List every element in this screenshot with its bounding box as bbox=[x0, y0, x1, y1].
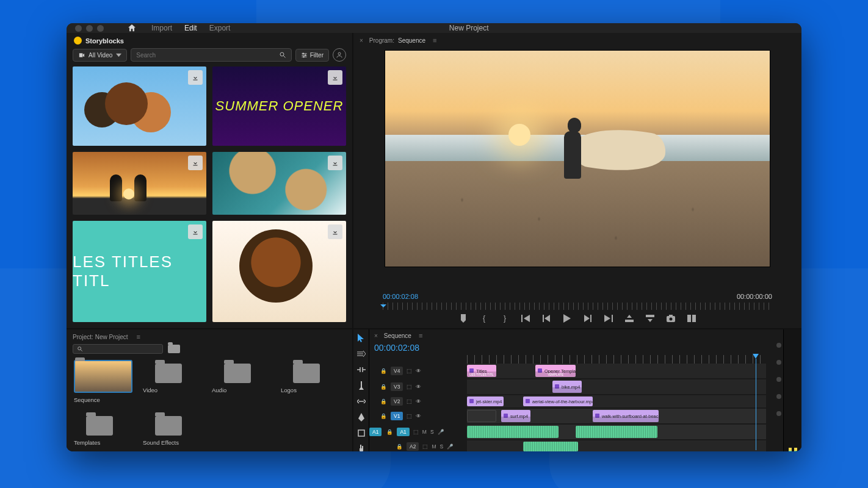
mic-icon[interactable]: 🎤 bbox=[447, 443, 454, 450]
razor-tool[interactable] bbox=[356, 381, 366, 390]
download-button[interactable] bbox=[188, 70, 203, 85]
bin-sound-effects[interactable]: Sound Effects bbox=[143, 412, 207, 451]
bin-audio[interactable]: Audio bbox=[212, 360, 276, 409]
clip[interactable]: bike.mp4 bbox=[552, 381, 582, 393]
window-controls[interactable] bbox=[75, 25, 104, 32]
fx-icon[interactable]: ⬚ bbox=[407, 413, 412, 419]
lock-icon[interactable]: 🔒 bbox=[386, 429, 393, 435]
bin-sequence[interactable]: Sequence bbox=[74, 360, 138, 409]
eye-icon[interactable]: 👁 bbox=[416, 413, 421, 419]
lock-icon[interactable]: 🔒 bbox=[380, 368, 387, 374]
play-button[interactable] bbox=[562, 314, 572, 323]
track-label[interactable]: V4 bbox=[391, 367, 403, 375]
filter-button[interactable]: Filter bbox=[295, 49, 329, 62]
stock-thumb[interactable]: SUMMER OPENER bbox=[212, 66, 346, 146]
clip[interactable]: Opener TemplateTEMPLATE bbox=[535, 365, 576, 377]
step-back-button[interactable] bbox=[541, 314, 551, 323]
audio-clip[interactable] bbox=[523, 442, 578, 451]
ripple-edit-tool[interactable] bbox=[356, 365, 366, 375]
download-button[interactable] bbox=[328, 224, 342, 239]
comparison-view-button[interactable] bbox=[687, 314, 696, 323]
download-button[interactable] bbox=[328, 70, 342, 85]
panel-menu-icon[interactable]: ≡ bbox=[433, 37, 436, 44]
lock-icon[interactable]: 🔒 bbox=[380, 384, 387, 390]
audio-clip[interactable] bbox=[576, 426, 657, 438]
panel-menu-icon[interactable]: ≡ bbox=[419, 332, 422, 339]
mute-button[interactable]: M bbox=[432, 443, 436, 450]
close-icon[interactable]: × bbox=[360, 37, 363, 44]
fx-icon[interactable]: ⬚ bbox=[413, 429, 419, 435]
source-patch[interactable]: A1 bbox=[369, 428, 382, 436]
program-label: Program: bbox=[369, 37, 394, 44]
clip[interactable]: surf.mp4 bbox=[501, 410, 530, 422]
track-label[interactable]: V1 bbox=[391, 412, 403, 420]
eye-icon[interactable]: 👁 bbox=[416, 398, 421, 404]
in-point-button[interactable]: { bbox=[479, 314, 489, 323]
step-forward-button[interactable] bbox=[583, 314, 593, 323]
bin-video[interactable]: Video bbox=[143, 360, 207, 409]
clip[interactable]: walk-with-surfboard-at-beach.mp4 bbox=[593, 410, 659, 422]
track-label[interactable]: A2 bbox=[407, 442, 419, 451]
go-to-out-button[interactable] bbox=[604, 314, 613, 323]
clip[interactable]: jet-skier.mp4 bbox=[467, 396, 504, 406]
project-search-box[interactable] bbox=[73, 344, 163, 354]
out-point-button[interactable]: } bbox=[500, 314, 510, 323]
svg-rect-13 bbox=[625, 320, 634, 322]
go-to-in-button[interactable] bbox=[521, 314, 530, 323]
home-icon[interactable] bbox=[127, 23, 137, 33]
lift-button[interactable] bbox=[624, 314, 634, 323]
stock-thumb[interactable]: LES TITLES TITL bbox=[73, 221, 206, 322]
clip[interactable]: aerial-view-of-the-harbour.mp4 bbox=[523, 396, 593, 406]
stock-thumb[interactable] bbox=[212, 152, 346, 215]
timeline-ruler[interactable] bbox=[467, 355, 766, 364]
add-marker-button[interactable] bbox=[458, 314, 468, 323]
lock-icon[interactable]: 🔒 bbox=[380, 398, 387, 404]
fx-icon[interactable]: ⬚ bbox=[407, 368, 412, 374]
search-box[interactable] bbox=[131, 48, 291, 62]
track-select-tool[interactable] bbox=[356, 349, 366, 359]
hand-tool[interactable] bbox=[356, 444, 366, 451]
timeline-tc[interactable]: 00:00:02:08 bbox=[369, 342, 775, 355]
track-label[interactable]: A1 bbox=[397, 428, 409, 436]
download-button[interactable] bbox=[188, 224, 203, 239]
fx-icon[interactable]: ⬚ bbox=[407, 384, 412, 390]
program-tc-current[interactable]: 00:00:02:08 bbox=[383, 293, 418, 300]
rectangle-tool[interactable] bbox=[356, 428, 366, 438]
selection-tool[interactable] bbox=[356, 333, 366, 343]
extract-button[interactable] bbox=[645, 314, 655, 323]
media-type-dropdown[interactable]: All Video bbox=[73, 49, 127, 62]
solo-button[interactable]: S bbox=[440, 443, 444, 450]
stock-thumb[interactable] bbox=[73, 66, 206, 146]
search-input[interactable] bbox=[136, 52, 278, 59]
eye-icon[interactable]: 👁 bbox=[416, 384, 421, 390]
slip-tool[interactable] bbox=[356, 396, 366, 406]
track-label[interactable]: V3 bbox=[391, 382, 403, 391]
lock-icon[interactable]: 🔒 bbox=[380, 413, 387, 419]
clip[interactable]: TitlesLES TITLES TITL bbox=[467, 365, 496, 377]
stock-thumb[interactable] bbox=[73, 152, 206, 215]
panel-menu-icon[interactable]: ≡ bbox=[137, 333, 140, 340]
account-button[interactable] bbox=[333, 48, 346, 62]
solo-button[interactable]: S bbox=[430, 429, 434, 435]
download-button[interactable] bbox=[328, 156, 342, 170]
timeline-tab[interactable]: Sequence bbox=[384, 332, 411, 339]
bin-logos[interactable]: Logos bbox=[281, 360, 345, 409]
download-button[interactable] bbox=[188, 156, 203, 170]
program-scrubber[interactable] bbox=[383, 303, 772, 310]
export-frame-button[interactable] bbox=[666, 314, 676, 323]
audio-clip[interactable] bbox=[467, 426, 559, 438]
close-icon[interactable]: × bbox=[374, 332, 378, 339]
fx-icon[interactable]: ⬚ bbox=[407, 398, 412, 404]
program-viewer[interactable] bbox=[385, 50, 770, 267]
fx-icon[interactable]: ⬚ bbox=[422, 443, 428, 450]
lock-icon[interactable]: 🔒 bbox=[396, 443, 403, 450]
pen-tool[interactable] bbox=[356, 412, 366, 422]
track-label[interactable]: V2 bbox=[391, 397, 403, 406]
eye-icon[interactable]: 👁 bbox=[416, 368, 421, 374]
stock-thumb[interactable] bbox=[212, 221, 346, 322]
new-bin-button[interactable] bbox=[168, 345, 180, 353]
mute-button[interactable]: M bbox=[422, 429, 427, 435]
bin-templates[interactable]: Templates bbox=[74, 412, 138, 451]
mic-icon[interactable]: 🎤 bbox=[438, 429, 444, 435]
playhead-icon[interactable] bbox=[753, 354, 759, 359]
